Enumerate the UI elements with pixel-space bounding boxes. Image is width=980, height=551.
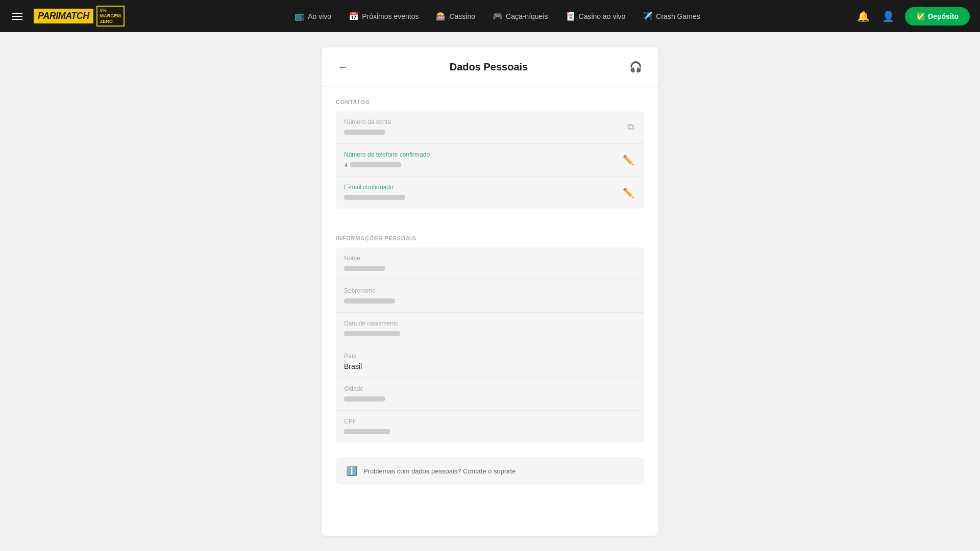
email-field: E-mail confirmado ✏️ [336,177,644,209]
email-value [344,193,621,202]
contacts-section: CONTATOS Número da conta ⧉ Número de t [322,87,658,223]
nav-item-proximos-eventos[interactable]: 📅 Próximos eventos [341,7,426,25]
account-number-blur [344,130,385,135]
header-actions: 🔔 👤 ✅ Depósito [855,7,970,26]
personal-section: INFORMAÇÕES PESSOAIS Nome Sobrenome [322,223,658,457]
phone-content: Número de telefone confirmado + [344,151,621,169]
cpf-value [344,428,636,436]
notifications-button[interactable]: 🔔 [855,8,872,24]
nav-item-cassino-ao-vivo[interactable]: 🃏 Casino ao vivo [558,7,633,25]
header: PARIMATCH 0%MARGEMZERO 📺 Ao vivo 📅 Próxi… [0,0,980,32]
calendar-icon: 📅 [349,11,359,21]
phone-blur [350,162,401,167]
phone-label: Número de telefone confirmado [344,151,621,158]
deposit-label: Depósito [928,12,959,20]
live-casino-icon: 🃏 [566,11,576,21]
nav-item-caca-niqueis[interactable]: 🎮 Caça-níqueis [485,7,555,25]
sobrenome-field: Sobrenome [336,280,644,313]
pais-label: País [344,353,636,360]
cidade-value [344,395,636,403]
deposit-check-icon: ✅ [916,12,925,20]
nav-item-crash-games[interactable]: ✈️ Crash Games [635,7,707,25]
nome-field: Nome [336,247,644,280]
sobrenome-label: Sobrenome [344,287,636,294]
nav-item-cassino[interactable]: 🎰 Cassino [429,7,482,25]
account-number-content: Número da conta [344,118,625,136]
nome-blur [344,266,385,271]
nav-label-cassino: Cassino [449,12,475,20]
logo-text: PARIMATCH [34,9,93,23]
sobrenome-value [344,297,636,305]
user-button[interactable]: 👤 [880,8,897,24]
cidade-label: Cidade [344,385,636,392]
nav-label-ao-vivo: Ao vivo [308,12,331,20]
nav-label-proximos-eventos: Próximos eventos [362,12,419,20]
personal-section-title: INFORMAÇÕES PESSOAIS [336,235,644,241]
nome-value [344,264,636,272]
phone-value: + [344,161,621,169]
contacts-field-group: Número da conta ⧉ Número de telefone con… [336,111,644,209]
personal-info-group: Nome Sobrenome Data de nascimento [336,247,644,443]
pais-value: Brasil [344,362,636,370]
phone-prefix: + [344,161,348,169]
live-icon: 📺 [295,11,305,21]
page-card: ← Dados Pessoais 🎧 CONTATOS Número da co… [322,47,658,536]
cpf-field: CPF [336,411,644,443]
back-button[interactable]: ← [336,59,350,75]
birthdate-field: Data de nascimento [336,313,644,345]
nome-label: Nome [344,255,636,262]
birthdate-label: Data de nascimento [344,320,636,327]
edit-email-button[interactable]: ✏️ [621,185,636,201]
logo-badge: 0%MARGEMZERO [96,6,125,26]
sobrenome-blur [344,298,395,304]
nav-label-cassino-ao-vivo: Casino ao vivo [579,12,626,20]
cidade-blur [344,396,385,402]
cidade-field: Cidade [336,378,644,411]
slots-icon: 🎮 [493,11,503,21]
headset-button[interactable]: 🎧 [627,59,644,75]
pais-field: País Brasil [336,345,644,378]
email-content: E-mail confirmado [344,184,621,202]
email-blur [344,195,405,200]
main-content: ← Dados Pessoais 🎧 CONTATOS Número da co… [0,32,980,551]
page-title: Dados Pessoais [450,61,528,73]
support-text: Problemas com dados pessoais? Contate o … [363,467,516,475]
birthdate-value [344,330,636,338]
menu-button[interactable] [10,11,24,22]
copy-account-button[interactable]: ⧉ [625,120,636,135]
cpf-label: CPF [344,418,636,425]
main-nav: 📺 Ao vivo 📅 Próximos eventos 🎰 Cassino 🎮… [144,7,851,25]
deposit-button[interactable]: ✅ Depósito [905,7,970,26]
edit-phone-button[interactable]: ✏️ [621,153,636,168]
casino-icon: 🎰 [436,11,446,21]
nav-label-caca-niqueis: Caça-níqueis [506,12,548,20]
nav-label-crash-games: Crash Games [656,12,700,20]
info-icon: ℹ️ [346,465,357,477]
crash-icon: ✈️ [643,11,653,21]
birthdate-blur [344,331,400,336]
nav-item-ao-vivo[interactable]: 📺 Ao vivo [287,7,338,25]
page-header: ← Dados Pessoais 🎧 [322,47,658,87]
support-box[interactable]: ℹ️ Problemas com dados pessoais? Contate… [336,457,644,485]
phone-field: Número de telefone confirmado + ✏️ [336,144,644,177]
cpf-blur [344,429,390,434]
account-number-value [344,128,625,136]
account-number-field: Número da conta ⧉ [336,111,644,144]
contacts-section-title: CONTATOS [336,99,644,105]
logo: PARIMATCH 0%MARGEMZERO [34,6,125,26]
email-label: E-mail confirmado [344,184,621,191]
account-number-label: Número da conta [344,118,625,126]
